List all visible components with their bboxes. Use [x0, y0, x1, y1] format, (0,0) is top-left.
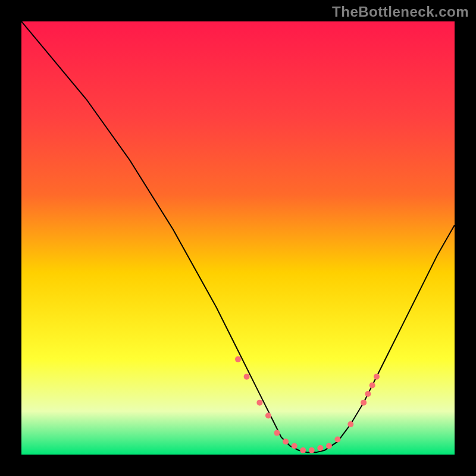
svg-point-14	[361, 400, 367, 406]
svg-point-2	[244, 374, 250, 380]
svg-point-13	[347, 421, 353, 427]
svg-point-7	[292, 443, 298, 449]
svg-point-11	[326, 443, 332, 449]
svg-point-5	[274, 430, 280, 436]
svg-point-9	[309, 447, 315, 453]
svg-point-8	[300, 447, 306, 453]
watermark-text: TheBottleneck.com	[332, 4, 469, 20]
chart-container: TheBottleneck.com	[0, 0, 476, 476]
svg-rect-0	[21, 21, 455, 455]
svg-point-10	[317, 445, 323, 451]
svg-point-6	[283, 439, 289, 444]
svg-point-16	[369, 383, 375, 389]
plot-area	[21, 21, 455, 455]
svg-point-4	[265, 412, 271, 418]
chart-svg	[21, 21, 455, 455]
svg-point-3	[256, 400, 262, 406]
svg-point-1	[235, 356, 241, 362]
svg-point-15	[365, 391, 371, 397]
svg-point-12	[334, 437, 340, 443]
svg-point-17	[374, 374, 380, 380]
